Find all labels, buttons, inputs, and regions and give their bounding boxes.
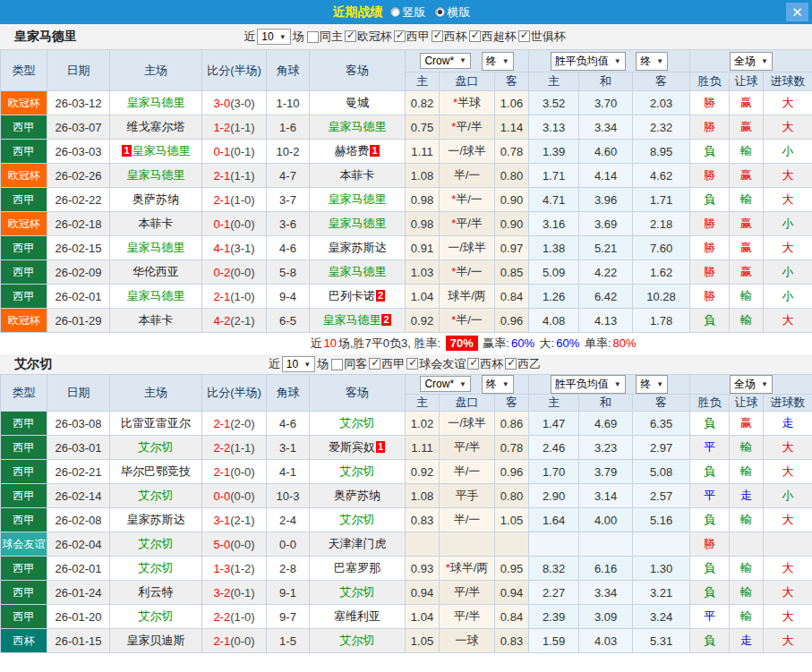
avg-home-cell: 1.47 bbox=[529, 412, 579, 436]
league-filter-checkbox[interactable]: 西甲 bbox=[369, 356, 405, 372]
match-row: 西甲26-03-07维戈塞尔塔1-2(1-1)1-6皇家马德里0.75*平/半1… bbox=[1, 115, 812, 140]
match-date-cell: 26-02-09 bbox=[47, 260, 110, 285]
team-label: 艾尔切 bbox=[139, 561, 174, 574]
league-filter-group: 西甲球会友谊西杯西乙 bbox=[368, 356, 542, 373]
full-match-select[interactable]: 全场▼ bbox=[730, 52, 773, 71]
near-label: 近 bbox=[244, 29, 255, 45]
league-filter-checkbox[interactable]: 欧冠杯 bbox=[345, 29, 392, 45]
fulltime-score: 4-1 bbox=[213, 242, 230, 255]
avg-home-cell: 2.39 bbox=[529, 605, 579, 629]
same-venue-checkbox[interactable]: 同主 bbox=[307, 29, 343, 45]
match-count-select[interactable]: 10▼ bbox=[257, 29, 290, 45]
halftime-score: (0-0) bbox=[230, 217, 254, 231]
chevron-down-icon: ▼ bbox=[459, 380, 466, 388]
avg-draw-cell: 4.13 bbox=[579, 309, 633, 333]
avg-odds-select[interactable]: 胜平负均值▼ bbox=[551, 375, 626, 394]
home-team-cell: 皇家马德里 bbox=[110, 236, 202, 260]
corner-cell: 3-1 bbox=[267, 436, 310, 460]
full-match-select[interactable]: 全场▼ bbox=[730, 375, 773, 394]
fulltime-score: 0-0 bbox=[213, 489, 230, 503]
team-label: 皇家马德里 bbox=[127, 241, 185, 254]
handicap-cell: 半/一 bbox=[440, 508, 495, 532]
live-odds-star: * bbox=[451, 192, 456, 206]
bookmaker-select[interactable]: Crow*▼ bbox=[420, 376, 471, 392]
chevron-down-icon: ▼ bbox=[303, 361, 311, 369]
fulltime-score: 2-1 bbox=[213, 465, 230, 479]
league-filter-checkbox[interactable]: 西杯 bbox=[467, 356, 503, 372]
radio-unselected-icon bbox=[390, 7, 400, 17]
fulltime-score: 2-2 bbox=[213, 441, 230, 455]
corner-cell: 6-5 bbox=[267, 309, 310, 333]
outcome-handicap-cell: 輸 bbox=[730, 140, 764, 164]
fulltime-score: 2-1 bbox=[213, 169, 230, 183]
score-cell: 0-2(0-0) bbox=[202, 260, 267, 285]
odds-time-select[interactable]: 终▼ bbox=[482, 52, 514, 71]
avg-time-select[interactable]: 终▼ bbox=[636, 375, 668, 394]
outcome-result-cell: 負 bbox=[690, 412, 730, 436]
odds-home-cell: 1.02 bbox=[406, 412, 440, 436]
match-date-cell: 26-02-15 bbox=[47, 236, 110, 260]
home-team-cell: 皇家马德里 bbox=[110, 164, 202, 188]
team-label: 本菲卡 bbox=[139, 313, 174, 327]
live-odds-star: * bbox=[451, 265, 456, 278]
league-filter-checkbox[interactable]: 世俱杯 bbox=[518, 29, 566, 45]
halftime-score: (1-1) bbox=[230, 441, 254, 455]
layout-vertical-option[interactable]: 竖版 bbox=[390, 4, 426, 21]
league-type-cell: 西甲 bbox=[1, 140, 47, 164]
avg-draw-cell: 3.09 bbox=[579, 605, 633, 629]
fulltime-score: 2-1 bbox=[213, 290, 230, 303]
close-button[interactable]: ✕ bbox=[786, 3, 808, 21]
col-home: 主场 bbox=[110, 375, 202, 412]
outcome-goals-cell: 大 bbox=[764, 460, 812, 484]
match-row: 西杯26-01-15皇家贝迪斯2-1(0-0)1-5艾尔切1.05一球0.831… bbox=[1, 629, 812, 653]
league-filter-checkbox[interactable]: 球会友谊 bbox=[406, 356, 466, 372]
outcome-handicap-cell: 赢 bbox=[730, 91, 764, 115]
match-count-select[interactable]: 10▼ bbox=[282, 356, 315, 372]
match-date-cell: 26-01-20 bbox=[47, 605, 110, 629]
outcome-handicap-cell: 輸 bbox=[730, 581, 764, 605]
outcome-goals-cell: 大 bbox=[764, 436, 812, 460]
league-filter-checkbox[interactable]: 西乙 bbox=[505, 356, 541, 372]
fulltime-score: 1-3 bbox=[213, 562, 230, 575]
avg-odds-select[interactable]: 胜平负均值▼ bbox=[551, 52, 626, 71]
col-score: 比分(半场) bbox=[202, 50, 267, 91]
league-type-cell: 西甲 bbox=[1, 605, 47, 629]
handicap-cell: 半/一 bbox=[440, 460, 495, 484]
avg-away-cell: 1.62 bbox=[633, 260, 690, 285]
col-type: 类型 bbox=[1, 50, 47, 91]
score-cell: 5-0(0-0) bbox=[202, 532, 267, 557]
filter-controls: 近 10▼ 场 同主 欧冠杯西甲西杯西超杯世俱杯 bbox=[244, 29, 568, 46]
avg-draw-cell: 4.60 bbox=[579, 140, 633, 164]
odds-home-cell: 1.08 bbox=[406, 484, 440, 508]
col-result: 胜负 bbox=[690, 395, 730, 412]
outcome-goals-cell: 大 bbox=[764, 236, 812, 260]
avg-home-cell: 8.32 bbox=[529, 557, 579, 581]
odds-away-cell: 0.86 bbox=[495, 412, 529, 436]
same-venue-checkbox[interactable]: 同客 bbox=[331, 356, 367, 372]
league-type-cell: 西甲 bbox=[1, 236, 47, 260]
league-filter-checkbox[interactable]: 西超杯 bbox=[469, 29, 517, 45]
live-odds-star: * bbox=[446, 561, 450, 574]
league-type-cell: 西甲 bbox=[1, 260, 47, 285]
col-away: 客场 bbox=[310, 50, 406, 91]
checkbox-unchecked-icon bbox=[331, 359, 343, 370]
chevron-down-icon: ▼ bbox=[656, 57, 663, 65]
score-cell: 2-2(1-1) bbox=[202, 436, 267, 460]
home-team-cell: 艾尔切 bbox=[110, 532, 202, 557]
layout-horizontal-option[interactable]: 横版 bbox=[435, 4, 471, 21]
outcome-goals-cell: 大 bbox=[764, 115, 812, 140]
league-filter-checkbox[interactable]: 西杯 bbox=[432, 29, 467, 45]
avg-home-cell: 4.08 bbox=[529, 309, 579, 333]
league-filter-label: 欧冠杯 bbox=[357, 29, 392, 45]
odds-time-select[interactable]: 终▼ bbox=[482, 375, 514, 394]
halftime-score: (3-0) bbox=[230, 97, 254, 110]
corner-cell: 2-8 bbox=[267, 557, 310, 581]
avg-time-select[interactable]: 终▼ bbox=[636, 52, 668, 71]
away-team-cell: 艾尔切 bbox=[310, 460, 406, 484]
fulltime-score: 0-1 bbox=[213, 145, 230, 158]
bookmaker-select[interactable]: Crow*▼ bbox=[420, 53, 471, 69]
away-team-cell: 皇家苏斯达 bbox=[310, 236, 406, 260]
corner-cell: 3-7 bbox=[267, 188, 310, 212]
corner-cell: 9-7 bbox=[267, 605, 310, 629]
league-filter-checkbox[interactable]: 西甲 bbox=[394, 29, 430, 45]
